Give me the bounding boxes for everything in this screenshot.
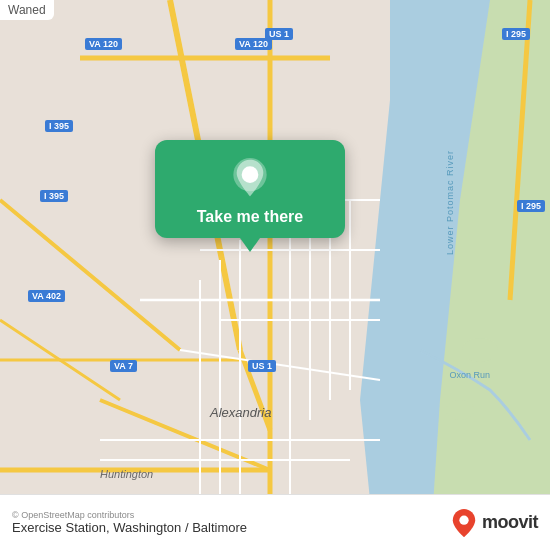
moovit-pin-icon [452,509,476,537]
take-me-there-card[interactable]: Take me there [155,140,345,238]
copyright-text: © OpenStreetMap contributors [12,510,247,520]
moovit-logo[interactable]: moovit [452,509,538,537]
i295-label-top: I 295 [502,28,530,40]
i395-label-bottom: I 395 [40,190,68,202]
va402-label: VA 402 [28,290,65,302]
svg-point-4 [446,400,474,420]
bottom-bar: © OpenStreetMap contributors Exercise St… [0,494,550,550]
location-title: Exercise Station, Washington / Baltimore [12,520,247,535]
svg-point-31 [245,168,255,178]
svg-point-3 [462,338,498,362]
map-roads-svg [0,0,550,550]
top-tab[interactable]: Waned [0,0,54,20]
i395-label-top: I 395 [45,120,73,132]
i295-label-right: I 295 [517,200,545,212]
river-label: Lower Potomac River [445,150,455,255]
svg-point-32 [459,515,468,524]
take-me-there-label: Take me there [197,208,303,226]
oxon-run-label: Oxon Run [449,370,490,380]
map-container: VA 120 VA 120 US 1 US 1 I 395 I 395 I 29… [0,0,550,550]
us1-label-top: US 1 [265,28,293,40]
city-label: Alexandria [210,405,271,420]
us1-label-bottom: US 1 [248,360,276,372]
huntington-label: Huntington [100,468,153,480]
svg-line-9 [0,200,180,350]
location-pin-icon [230,158,270,198]
bottom-left-info: © OpenStreetMap contributors Exercise St… [12,510,247,535]
va7-label: VA 7 [110,360,137,372]
moovit-brand-text: moovit [482,512,538,533]
va120-label-left: VA 120 [85,38,122,50]
